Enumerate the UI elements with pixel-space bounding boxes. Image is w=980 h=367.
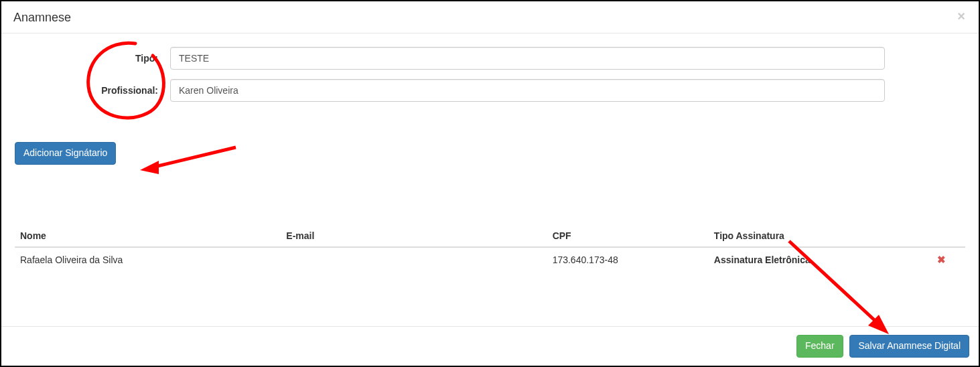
anamnese-modal: Anamnese × Tipo: Profissional: Adicionar… [0, 0, 980, 367]
label-profissional: Profissional: [15, 85, 170, 96]
cell-nome: Rafaela Oliveira da Silva [15, 247, 281, 272]
col-cpf: CPF [547, 225, 709, 247]
close-button[interactable]: Fechar [796, 335, 843, 358]
add-signatory-button[interactable]: Adicionar Signátario [15, 142, 116, 165]
profissional-input[interactable] [170, 79, 885, 102]
col-tipo-assinatura: Tipo Assinatura [709, 225, 918, 247]
cell-delete: ✖ [918, 247, 965, 272]
col-nome: Nome [15, 225, 281, 247]
modal-header: Anamnese [1, 1, 979, 33]
row-tipo: Tipo: [15, 47, 965, 70]
modal-body: Tipo: Profissional: Adicionar Signátario [1, 33, 979, 272]
cell-email [281, 247, 547, 272]
modal-title: Anamnese [13, 11, 967, 25]
modal-footer: Fechar Salvar Anamnese Digital [1, 326, 979, 366]
signatories-table: Nome E-mail CPF Tipo Assinatura Rafaela … [15, 225, 965, 272]
add-signatory-row: Adicionar Signátario [15, 142, 965, 165]
row-profissional: Profissional: [15, 79, 965, 102]
save-anamnese-button[interactable]: Salvar Anamnese Digital [849, 335, 969, 358]
cell-tipo-assinatura: Assinatura Eletrônica [709, 247, 918, 272]
cell-cpf: 173.640.173-48 [547, 247, 709, 272]
table-row: Rafaela Oliveira da Silva 173.640.173-48… [15, 247, 965, 272]
delete-row-icon[interactable]: ✖ [933, 253, 950, 267]
close-icon[interactable]: × [953, 8, 969, 25]
col-actions [918, 225, 965, 247]
table-header-row: Nome E-mail CPF Tipo Assinatura [15, 225, 965, 247]
col-email: E-mail [281, 225, 547, 247]
tipo-input[interactable] [170, 47, 885, 70]
label-tipo: Tipo: [15, 53, 170, 64]
